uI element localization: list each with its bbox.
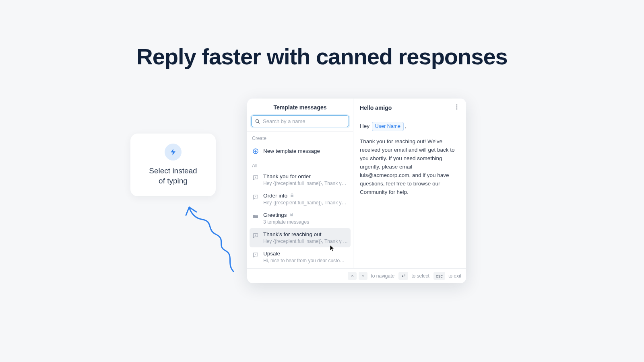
reply-message-icon [252, 232, 259, 239]
lock-icon [290, 193, 294, 199]
svg-point-3 [456, 105, 458, 106]
template-list-pane: Template messages Create [247, 99, 353, 268]
section-label-create: Create [247, 132, 353, 143]
template-item-sub: Hey {{recepient.full_name}}, Thank you f… [263, 181, 348, 186]
promo-line2: of typing [149, 176, 197, 186]
page-headline: Reply faster with canned responses [0, 43, 644, 70]
reply-message-icon [252, 174, 259, 181]
template-item-title: Upsale [263, 251, 348, 257]
search-icon [255, 119, 260, 124]
svg-line-1 [258, 122, 260, 123]
footer-hint-select: to select [398, 272, 429, 280]
arrow-up-key [348, 272, 357, 280]
more-menu-button[interactable] [454, 104, 460, 111]
preview-pane: Hello amigo Hey User Name, Thank you for… [353, 99, 466, 268]
preview-paragraph: Thank you for reaching out! We've receiv… [360, 138, 460, 196]
squiggle-arrow-icon [182, 203, 242, 276]
footer-hint-exit: esc to exit [433, 272, 461, 280]
template-folder-title: Greetings [263, 212, 348, 218]
template-item-sub: Hey {{recepient.full_name}}, Thank y for… [263, 239, 348, 244]
esc-key: esc [433, 272, 445, 280]
modal-footer: to navigate to select esc to exit [247, 268, 466, 283]
chevron-down-icon [361, 274, 365, 278]
reply-message-icon [252, 251, 259, 259]
template-item-sub: Hey {{recepient.full_name}}, Thank you f… [263, 200, 348, 206]
promo-text: Select instead of typing [149, 166, 197, 186]
kebab-icon [456, 104, 458, 110]
variable-chip-user-name: User Name [372, 122, 404, 131]
reply-message-icon [252, 193, 259, 201]
preview-greet-prefix: Hey [360, 123, 369, 129]
preview-greet-suffix: , [405, 123, 406, 129]
template-item[interactable]: Thank you for order Hey {{recepient.full… [247, 170, 353, 189]
template-item-title: Thank you for order [263, 173, 348, 179]
search-box[interactable] [251, 115, 349, 127]
template-item-sub: Hi, nice to hear from you dear customer,… [263, 258, 348, 263]
new-template-label: New template message [263, 148, 320, 154]
new-template-button[interactable]: New template message [247, 143, 353, 159]
svg-point-0 [256, 119, 258, 122]
arrow-down-key [359, 272, 367, 280]
svg-point-5 [456, 109, 458, 110]
plus-circle-icon [252, 148, 259, 155]
lock-icon [289, 212, 294, 218]
template-list-title: Template messages [247, 99, 353, 115]
template-item[interactable]: Upsale Hi, nice to hear from you dear cu… [247, 247, 353, 267]
template-item[interactable]: Order info Hey {{recepient.full_name}}, … [247, 189, 353, 209]
enter-icon [401, 274, 406, 278]
enter-key [398, 272, 408, 280]
search-input[interactable] [263, 118, 345, 124]
chevron-up-icon [350, 274, 354, 278]
promo-card: Select instead of typing [130, 134, 216, 196]
template-item-selected[interactable]: Thank's for reaching out Hey {{recepient… [250, 228, 351, 247]
bolt-icon-circle [165, 144, 182, 160]
template-folder-sub: 3 template messages [263, 219, 348, 225]
template-item-title: Order info [263, 193, 348, 199]
bolt-icon [169, 148, 177, 156]
preview-title: Hello amigo [360, 105, 392, 111]
footer-hint-navigate: to navigate [348, 272, 394, 280]
section-label-all: All [247, 159, 353, 170]
promo-line1: Select instead [149, 166, 197, 176]
folder-icon [252, 213, 259, 220]
template-messages-modal: Template messages Create [247, 99, 466, 283]
svg-point-4 [456, 107, 458, 108]
template-item-title: Thank's for reaching out [263, 231, 348, 237]
preview-body: Hey User Name, Thank you for reaching ou… [360, 122, 460, 197]
template-folder[interactable]: Greetings 3 template messages [247, 209, 353, 228]
